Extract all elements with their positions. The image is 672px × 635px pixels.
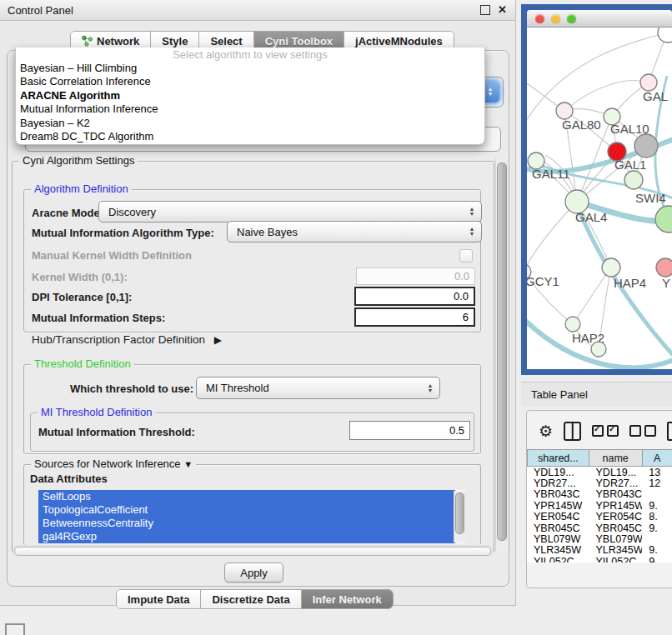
table-cell-third[interactable]: 9. (642, 500, 672, 512)
network-edge[interactable] (573, 268, 611, 324)
hub-definition-toggle[interactable]: Hub/Transcription Factor Definition ▶ (32, 333, 222, 346)
network-node-hap2[interactable] (565, 317, 580, 332)
settings-scrollbar-thumb[interactable] (497, 162, 507, 541)
attribute-list-item[interactable]: gal4RGexp (38, 530, 455, 543)
hide-columns-icon[interactable] (629, 425, 656, 437)
table-row[interactable]: YBL079WYBL079W (527, 533, 672, 544)
settings-horizontal-scrollbar[interactable] (13, 545, 494, 556)
minimize-traffic-light-icon[interactable] (551, 14, 560, 23)
table-row[interactable]: YLR345WYLR345W9. (527, 545, 672, 556)
algorithm-definition-title: Algorithm Definition (31, 182, 132, 195)
table-cell-name[interactable]: YBR043C (589, 488, 643, 500)
split-columns-icon[interactable] (564, 422, 581, 441)
network-node-hap4[interactable] (602, 258, 620, 277)
table-cell-shared[interactable]: YER054C (527, 511, 589, 522)
algorithm-option[interactable]: ARACNE Algorithm (16, 89, 484, 102)
table-cell-name[interactable]: YPR145W (589, 500, 643, 512)
data-attributes-list[interactable]: SelfLoopsTopologicalCoefficientBetweenne… (38, 490, 465, 543)
table-cell-shared[interactable]: YBL079W (527, 533, 589, 545)
table-row[interactable]: YBR043CYBR043C (527, 489, 672, 500)
table-cell-third[interactable]: 13 (642, 467, 672, 478)
network-view-inner: GALGAL80GAL10GAL1GAL11SWI4GAL4GCY1HAP4YH… (527, 10, 672, 369)
network-edge[interactable] (527, 202, 577, 272)
table-cell-shared[interactable]: YIL052C (527, 556, 589, 562)
network-node[interactable] (658, 28, 672, 42)
table-cell-third[interactable]: 9. (642, 544, 672, 556)
network-window-titlebar[interactable] (527, 10, 672, 28)
table-cell-shared[interactable]: YDR27... (527, 478, 589, 489)
mi-steps-input[interactable]: 6 (354, 308, 475, 327)
chevron-down-icon[interactable]: ▼ (183, 459, 193, 469)
network-node-gal[interactable] (640, 74, 657, 91)
tab-impute-data[interactable]: Impute Data (117, 590, 201, 608)
table-cell-third[interactable]: 12 (642, 478, 672, 489)
close-traffic-light-icon[interactable] (535, 14, 544, 23)
apply-button[interactable]: Apply (224, 562, 283, 582)
aracne-mode-combo[interactable]: Discovery ▲▼ (98, 201, 482, 222)
network-node[interactable] (591, 342, 606, 357)
column-header-shared-[interactable]: shared... (527, 449, 589, 467)
attributes-scrollbar-thumb[interactable] (455, 492, 464, 534)
attribute-list-item[interactable]: SelfLoops (38, 490, 455, 503)
network-node-swi4[interactable] (624, 171, 643, 189)
attributes-list-scrollbar[interactable] (454, 491, 465, 542)
table-cell-shared[interactable]: YPR145W (527, 500, 589, 512)
dpi-tolerance-input[interactable]: 0.0 (354, 287, 475, 306)
table-cell-third[interactable]: 8. (642, 511, 672, 522)
mi-algorithm-type-combo[interactable]: Naive Bayes ▲▼ (227, 221, 482, 242)
network-node[interactable] (634, 134, 658, 158)
table-row[interactable]: YDL19...YDL19...13 (527, 467, 672, 478)
table-cell-third[interactable]: 9 (642, 556, 672, 562)
table-cell-name[interactable]: YER054C (589, 511, 643, 522)
column-header-a[interactable]: A (643, 449, 672, 467)
table-cell-name[interactable]: YBL079W (589, 533, 643, 545)
table-cell-name[interactable]: YBR045C (589, 522, 643, 534)
which-threshold-combo[interactable]: MI Threshold ▲▼ (196, 377, 440, 399)
kernel-width-input[interactable]: 0.0 (356, 268, 475, 285)
network-node-gal80[interactable] (556, 102, 573, 119)
attribute-list-item[interactable]: BetweennessCentrality (38, 517, 455, 530)
table-row[interactable]: YIL052CYIL052C9 (527, 556, 672, 562)
chevron-right-icon[interactable]: ▶ (214, 334, 222, 346)
network-edge[interactable] (564, 81, 649, 111)
show-selected-columns-icon[interactable] (592, 425, 619, 437)
gear-icon[interactable]: ⚙ (539, 423, 553, 439)
column-header-name[interactable]: name (589, 449, 643, 467)
table-panel-titlebar: Table Panel (521, 382, 672, 407)
tab-infer-network[interactable]: Infer Network (302, 590, 393, 608)
algorithm-option[interactable]: Mutual Information Inference (16, 102, 484, 116)
network-node[interactable] (655, 206, 672, 232)
table-row[interactable]: YBR045CYBR045C9. (527, 522, 672, 533)
table-row[interactable]: YPR145WYPR145W9. (527, 500, 672, 511)
mi-algorithm-type-label: Mutual Information Algorithm Type: (32, 227, 214, 239)
close-icon[interactable]: ✕ (498, 6, 507, 14)
table-cell-shared[interactable]: YBR045C (527, 522, 589, 534)
table-row[interactable]: YDR27...YDR27...12 (527, 478, 672, 488)
table-cell-shared[interactable]: YBR043C (527, 488, 589, 500)
attribute-list-item[interactable]: TopologicalCoefficient (38, 503, 455, 517)
settings-hscrollbar-thumb[interactable] (14, 547, 491, 556)
network-canvas[interactable]: GALGAL80GAL10GAL1GAL11SWI4GAL4GCY1HAP4YH… (527, 28, 672, 369)
table-cell-third[interactable]: 9. (642, 522, 672, 534)
settings-vertical-scrollbar[interactable] (495, 158, 508, 552)
table-cell-shared[interactable]: YDL19... (527, 467, 589, 478)
tab-discretize-data[interactable]: Discretize Data (201, 590, 301, 608)
table-cell-name[interactable]: YDL19... (589, 467, 643, 478)
table-cell-name[interactable]: YDR27... (589, 478, 643, 489)
network-graph[interactable]: GALGAL80GAL10GAL1GAL11SWI4GAL4GCY1HAP4YH… (527, 28, 672, 369)
algorithm-option[interactable]: Bayesian – Hill Climbing (16, 62, 484, 75)
network-node-y[interactable] (656, 258, 672, 277)
table-row[interactable]: YER054CYER054C8. (527, 512, 672, 522)
table-cell-name[interactable]: YIL052C (589, 556, 643, 562)
mi-threshold-input[interactable]: 0.5 (349, 421, 470, 440)
algorithm-option[interactable]: Dream8 DC_TDC Algorithm (16, 130, 484, 143)
docked-panel-icon[interactable] (5, 623, 25, 635)
algorithm-option[interactable]: Basic Correlation Inference (16, 75, 484, 88)
manual-kernel-width-checkbox[interactable] (459, 249, 473, 262)
zoom-traffic-light-icon[interactable] (567, 14, 576, 23)
algorithm-option[interactable]: Bayesian – K2 (16, 117, 484, 130)
table-cell-shared[interactable]: YLR345W (527, 544, 589, 556)
export-table-icon[interactable] (667, 422, 672, 441)
table-cell-name[interactable]: YLR345W (589, 544, 643, 556)
float-window-icon[interactable] (480, 5, 490, 15)
